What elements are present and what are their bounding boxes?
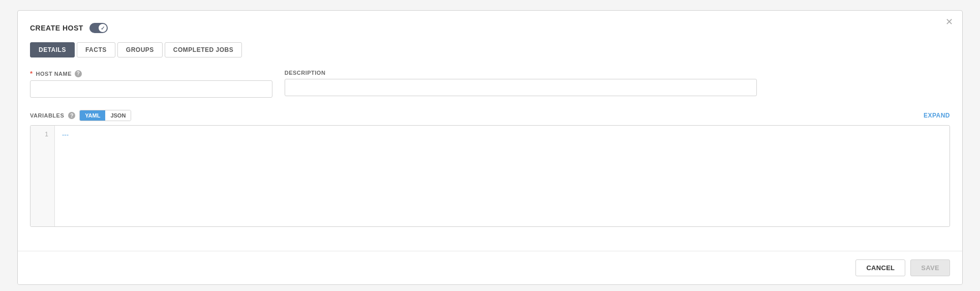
- toggle-thumb: [99, 24, 107, 32]
- code-editor[interactable]: 1 ---: [30, 125, 950, 227]
- host-name-input[interactable]: [30, 80, 272, 98]
- description-group: DESCRIPTION: [285, 70, 757, 98]
- variables-label: VARIABLES: [30, 112, 64, 119]
- host-name-label: * HOST NAME ?: [30, 70, 272, 77]
- tab-bar: DETAILS FACTS GROUPS COMPLETED JOBS: [30, 42, 950, 57]
- toggle-track: [89, 23, 108, 33]
- modal-footer: CANCEL SAVE: [18, 251, 962, 284]
- variables-header: VARIABLES ? YAML JSON EXPAND: [30, 110, 950, 121]
- expand-link[interactable]: EXPAND: [924, 112, 950, 119]
- close-button[interactable]: ✕: [944, 17, 954, 27]
- line-number-1: 1: [37, 131, 48, 138]
- variables-left: VARIABLES ? YAML JSON: [30, 110, 131, 121]
- tab-completed-jobs[interactable]: COMPLETED JOBS: [165, 42, 242, 57]
- cancel-button[interactable]: CANCEL: [855, 259, 905, 276]
- close-icon: ✕: [945, 16, 953, 27]
- format-toggle: YAML JSON: [79, 110, 131, 121]
- host-name-group: * HOST NAME ?: [30, 70, 272, 98]
- code-line-1: ---: [62, 131, 942, 138]
- variables-help-icon[interactable]: ?: [68, 112, 75, 119]
- description-input[interactable]: [285, 79, 757, 96]
- line-numbers: 1: [30, 126, 55, 226]
- tab-details[interactable]: DETAILS: [30, 42, 75, 57]
- tab-facts[interactable]: FACTS: [77, 42, 115, 57]
- tab-groups[interactable]: GROUPS: [117, 42, 163, 57]
- required-indicator: *: [30, 70, 33, 77]
- host-name-help-icon[interactable]: ?: [75, 70, 82, 77]
- modal-title: CREATE HOST: [30, 24, 83, 32]
- yaml-button[interactable]: YAML: [80, 110, 105, 121]
- code-content[interactable]: ---: [55, 126, 950, 226]
- toggle-switch[interactable]: [89, 23, 108, 33]
- modal-header: CREATE HOST: [30, 23, 950, 33]
- description-label: DESCRIPTION: [285, 70, 757, 76]
- modal: CREATE HOST ✕ DETAILS FACTS GROUPS COMPL…: [17, 10, 963, 285]
- save-button[interactable]: SAVE: [910, 259, 950, 276]
- json-button[interactable]: JSON: [105, 110, 131, 121]
- variables-section: VARIABLES ? YAML JSON EXPAND 1 ---: [30, 110, 950, 227]
- form-row-main: * HOST NAME ? DESCRIPTION: [30, 70, 950, 98]
